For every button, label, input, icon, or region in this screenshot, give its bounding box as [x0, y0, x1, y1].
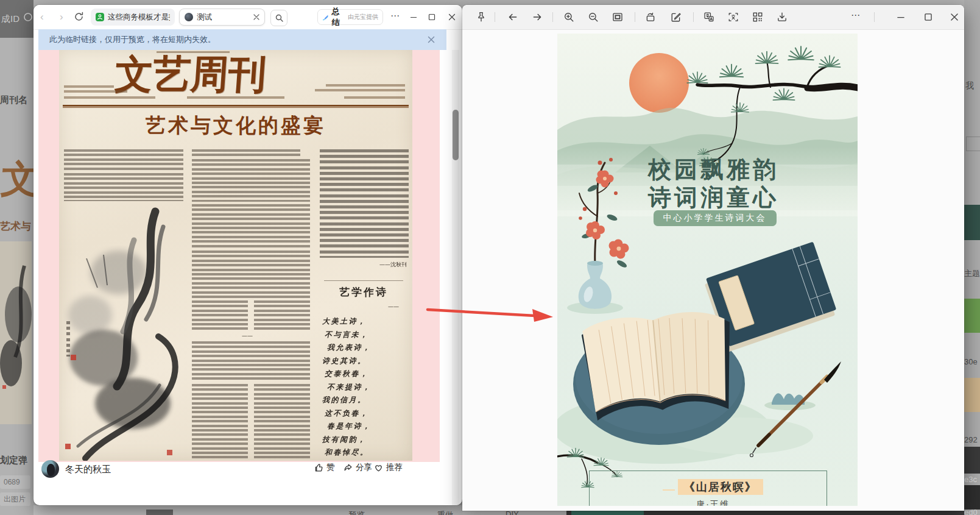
poster-poem-title-wrap: 《山居秋暝》: [594, 479, 831, 495]
tab-business-templates[interactable]: 这些商务模板才是打: [91, 9, 175, 26]
background-bottom-preview: 预览: [349, 510, 365, 515]
tab-title: 这些商务模板才是打: [108, 12, 170, 23]
back-icon[interactable]: ‹: [40, 11, 44, 23]
banner-close-icon[interactable]: [427, 35, 435, 44]
column3-divider: [324, 280, 403, 281]
column3-poem-line: 诗史其诗。: [322, 356, 409, 366]
column3-poem-line: 和春悼尽。: [322, 447, 411, 458]
background-right-thumb4: [964, 447, 980, 474]
temporary-link-banner: 此为临时链接，仅用于预览，将在短期内失效。: [38, 29, 446, 50]
more-menu-icon[interactable]: ⋯: [390, 10, 400, 21]
background-taskbar-accent: [571, 511, 644, 515]
background-bottom-strip: 预览 重做: [33, 505, 462, 515]
recommend-label: 推荐: [386, 462, 403, 473]
banner-text: 此为临时链接，仅用于预览，将在短期内失效。: [49, 34, 216, 45]
avatar[interactable]: [41, 460, 59, 478]
toolbar-divider: [635, 12, 635, 22]
blurred-text-block: [157, 51, 230, 53]
column3-poem-line: 这不负春，: [322, 408, 411, 419]
tab-test[interactable]: 测试: [179, 9, 265, 26]
blurred-text-block: [187, 96, 284, 99]
blurred-text-block: [192, 204, 310, 248]
masthead-rule: [63, 105, 409, 108]
close-icon[interactable]: [447, 12, 457, 22]
viewer-maximize-icon[interactable]: [923, 12, 934, 23]
poster-image[interactable]: 校园飘雅韵 诗词润童心 中心小学学生诗词大会 《山居秋暝》 唐·王维: [557, 34, 858, 506]
maximize-icon[interactable]: [427, 12, 437, 22]
blurred-text-block: [326, 84, 405, 87]
toolbar-divider: [693, 12, 694, 22]
image-viewer-window: ⋯: [462, 5, 964, 511]
background-right-thumb5: [964, 485, 980, 510]
background-right-thumb3: [964, 378, 980, 412]
download-icon[interactable]: [777, 12, 788, 23]
tab-close-icon[interactable]: [253, 14, 259, 20]
qr-code-icon[interactable]: [752, 12, 763, 23]
zoom-in-icon[interactable]: [563, 12, 574, 23]
newspaper-page: 文艺周刊 艺术与文化的盛宴 ——沈秋刊 艺学作诗 —— —— 大美土诗，: [59, 50, 412, 461]
ocr-extract-text-icon[interactable]: [728, 12, 739, 23]
actual-size-icon[interactable]: [612, 12, 623, 23]
pin-icon[interactable]: [476, 12, 487, 23]
refresh-icon[interactable]: [74, 12, 84, 22]
minimize-icon[interactable]: [409, 12, 418, 22]
background-right-box: [966, 137, 980, 151]
summarize-button[interactable]: 总结 由元宝提供: [317, 9, 383, 25]
search-icon: [23, 12, 34, 23]
background-right-text: 我: [965, 80, 974, 91]
rotate-icon[interactable]: [645, 12, 656, 23]
edit-icon[interactable]: [671, 12, 682, 23]
share-button[interactable]: 分享: [343, 462, 372, 473]
blurred-text-block: [192, 300, 248, 331]
background-bottom-redo: 重做: [437, 510, 453, 515]
poster-title-line2: 诗词润童心: [563, 182, 858, 213]
blurred-text-block: [315, 89, 405, 91]
red-arrow-annotation: [390, 300, 573, 336]
summarize-provider: 由元宝提供: [348, 13, 378, 21]
next-image-icon[interactable]: [532, 12, 543, 23]
username: 冬天的秋玉: [65, 464, 111, 475]
tab-favicon-green: [96, 13, 104, 21]
background-right-text: 30e: [964, 357, 978, 366]
search-button[interactable]: [270, 10, 287, 26]
tab-title: 测试: [197, 12, 250, 23]
background-chip-export: 出图片: [0, 492, 30, 506]
like-button[interactable]: 赞: [314, 462, 335, 473]
poster-poem-title: [663, 489, 675, 491]
previous-image-icon[interactable]: [507, 12, 518, 23]
recommend-button[interactable]: 推荐: [373, 462, 403, 473]
scrollbar-thumb[interactable]: [453, 110, 459, 160]
blurred-text-block: [64, 149, 183, 171]
poster-badge-wrap: 中心小学学生诗词大会: [565, 210, 858, 226]
background-label-plan: 划定弹: [0, 455, 27, 466]
background-right-strip: 我 主题 30e 292 e3c ed0: [964, 0, 980, 515]
column3-poem-line: 不来提诗，: [322, 382, 414, 392]
zoom-out-icon[interactable]: [588, 12, 599, 23]
forward-icon[interactable]: ›: [60, 11, 63, 23]
poster-poem-box: 《山居秋暝》 唐·王维: [589, 471, 827, 506]
yuanbao-pen-icon: [322, 13, 329, 21]
column3-poem-line: 春是年诗，: [322, 421, 414, 432]
blurred-text-block: [192, 149, 300, 156]
poster-poem-author: 唐·王维: [594, 499, 831, 506]
browser-window: ‹ › 这些商务模板才是打 测试 总结: [33, 5, 462, 505]
translate-icon[interactable]: [703, 12, 714, 23]
blurred-text-block: [192, 159, 310, 202]
viewer-minimize-icon[interactable]: [895, 12, 906, 23]
toolbar-divider: [495, 12, 495, 22]
painter-signature: [66, 321, 70, 357]
blurred-text-block: [254, 300, 310, 331]
viewer-close-icon[interactable]: [949, 12, 960, 23]
background-left-strip: 成ID 周刊名 文 艺术与 划定弹 0689 出图片: [0, 0, 33, 515]
blurred-text-block: [192, 384, 248, 461]
like-label: 赞: [326, 462, 335, 473]
background-label-art: 艺术与: [0, 219, 31, 233]
background-dark-block: [146, 510, 173, 515]
ink-wash-painting: [61, 202, 183, 461]
share-icon: [343, 463, 353, 473]
blurred-text-block: [64, 173, 183, 201]
browser-titlebar: ‹ › 这些商务模板才是打 测试 总结: [33, 5, 462, 30]
column3-section-title: 艺学作诗: [318, 285, 409, 299]
scrollbar-track[interactable]: [452, 50, 459, 505]
viewer-more-icon[interactable]: ⋯: [851, 10, 860, 21]
